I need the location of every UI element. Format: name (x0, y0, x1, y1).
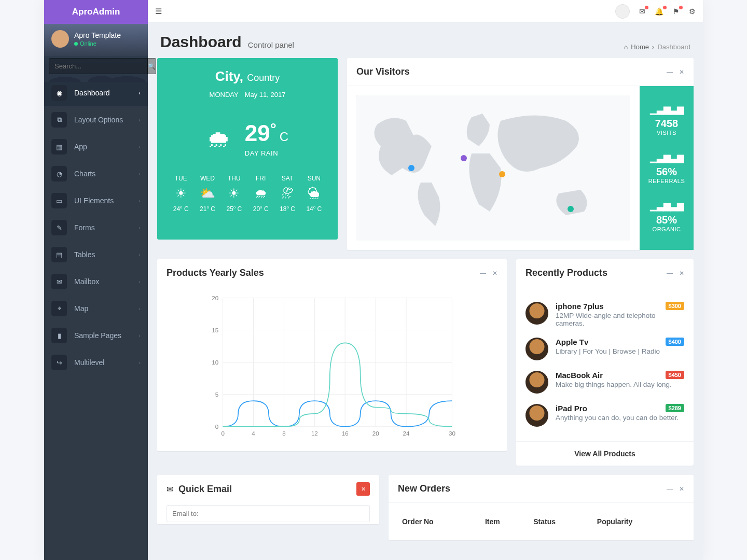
user-name: Apro Template (74, 31, 121, 39)
chevron-left-icon: ‹ (139, 332, 141, 339)
page-header: Dashboard Control panel ⌂ Home › Dashboa… (148, 23, 703, 58)
sales-title: Products Yearly Sales (167, 268, 264, 278)
page-subtitle: Control panel (248, 40, 294, 49)
forecast-day: TUE☀24o C (168, 175, 194, 213)
chevron-left-icon: ‹ (139, 278, 141, 285)
mail-icon[interactable]: ✉ (639, 7, 645, 16)
chevron-left-icon: ‹ (139, 117, 141, 123)
forecast-weather-icon: ⛅ (194, 186, 220, 201)
search-button[interactable]: 🔍 (147, 58, 156, 74)
user-avatar[interactable] (51, 30, 69, 48)
sidebar-item-label: Layout Options (74, 116, 139, 124)
visitor-stats: ▁▃▆▃▆7458VISITS▁▃▆▃▆56%REFERRALS▁▃▆▃▆85%… (640, 86, 694, 250)
svg-text:20: 20 (372, 430, 379, 437)
svg-text:8: 8 (282, 430, 285, 437)
main: ☰ ✉ 🔔 ⚑ ⚙ Dashboard Control panel ⌂ Home… (148, 0, 703, 560)
svg-text:16: 16 (342, 430, 349, 437)
product-item[interactable]: MacBook Air$450Make big things happen. A… (525, 366, 684, 399)
sidebar-item-label: Multilevel (74, 358, 139, 367)
sidebar-item-dashboard[interactable]: ◉Dashboard‹ (44, 79, 148, 106)
chevron-left-icon: ‹ (139, 90, 141, 96)
sidebar-item-map[interactable]: ⌖Map‹ (44, 295, 148, 322)
stat-number: 85% (642, 214, 691, 226)
map-marker[interactable] (461, 155, 467, 161)
map-marker[interactable] (568, 206, 574, 212)
collapse-icon[interactable]: — (480, 270, 486, 277)
close-icon[interactable]: ✕ (492, 270, 497, 277)
svg-text:4: 4 (252, 430, 255, 437)
sidebar-item-forms[interactable]: ✎Forms‹ (44, 214, 148, 241)
sidebar-item-sample-pages[interactable]: ▮Sample Pages‹ (44, 322, 148, 349)
product-thumb (525, 338, 548, 360)
chevron-right-icon: › (652, 43, 654, 51)
price-badge: $450 (666, 371, 684, 379)
sidebar-item-charts[interactable]: ◔Charts‹ (44, 160, 148, 187)
forecast-temp: 24o C (168, 205, 194, 213)
chevron-left-icon: ‹ (139, 198, 141, 204)
orders-table: Order NoItemStatusPopularity (398, 512, 684, 531)
sidebar-item-mailbox[interactable]: ✉Mailbox‹ (44, 268, 148, 295)
forecast-day: SAT⛈18o C (274, 175, 300, 213)
product-name: Apple Tv (556, 338, 588, 346)
product-name: iPad Pro (556, 404, 587, 413)
close-icon[interactable]: ✕ (679, 68, 684, 76)
sidebar-item-tables[interactable]: ▤Tables‹ (44, 241, 148, 268)
breadcrumb: ⌂ Home › Dashboard (624, 43, 691, 51)
product-thumb (525, 302, 548, 325)
product-desc: Library | For You | Browse | Radio (556, 347, 684, 355)
sidebar-item-label: Mailbox (74, 277, 139, 286)
collapse-icon[interactable]: — (667, 270, 673, 277)
close-button[interactable]: ✕ (356, 482, 370, 496)
email-to-input[interactable] (167, 505, 370, 522)
view-all-products-link[interactable]: View All Products (574, 450, 635, 458)
sidebar-item-label: Dashboard (74, 89, 139, 97)
svg-text:10: 10 (212, 359, 218, 366)
orders-col-header: Item (481, 512, 529, 531)
weather-city: City, (215, 68, 243, 84)
nav-menu: ◉Dashboard‹⧉Layout Options‹▦App‹◔Charts‹… (44, 79, 148, 376)
sidebar-item-label: Sample Pages (74, 331, 139, 340)
product-item[interactable]: iphone 7plus$30012MP Wide-angle and tele… (525, 297, 684, 332)
topbar: ☰ ✉ 🔔 ⚑ ⚙ (148, 0, 703, 23)
page-title: Dashboard (160, 33, 242, 51)
sidebar-item-multilevel[interactable]: ↪Multilevel‹ (44, 349, 148, 376)
collapse-icon[interactable]: — (667, 485, 673, 493)
nav-icon: ◔ (51, 166, 67, 181)
sidebar-item-label: Tables (74, 250, 139, 259)
recent-products-box: Recently Products —✕ iphone 7plus$30012M… (516, 259, 694, 466)
bell-icon[interactable]: 🔔 (655, 7, 663, 16)
nav-icon: ↪ (51, 355, 67, 370)
gear-icon[interactable]: ⚙ (689, 7, 696, 16)
nav-icon: ⌖ (51, 301, 67, 316)
topbar-avatar[interactable] (615, 4, 630, 19)
product-item[interactable]: Apple Tv$400Library | For You | Browse |… (525, 332, 684, 366)
sidebar-item-app[interactable]: ▦App‹ (44, 133, 148, 160)
product-item[interactable]: iPad Pro$289Anything you can do, you can… (525, 399, 684, 432)
product-desc: Anything you can do, you can do better. (556, 414, 684, 422)
menu-toggle-icon[interactable]: ☰ (155, 7, 162, 16)
weather-unit: C (280, 130, 288, 144)
stat-label: ORGANIC (642, 226, 691, 232)
product-list: iphone 7plus$30012MP Wide-angle and tele… (516, 287, 694, 441)
svg-text:24: 24 (403, 430, 410, 437)
forecast-day: THU☀25o C (221, 175, 247, 213)
sidebar-item-layout-options[interactable]: ⧉Layout Options‹ (44, 106, 148, 133)
sidebar-item-ui-elements[interactable]: ▭UI Elements‹ (44, 187, 148, 214)
forecast-temp: 21o C (194, 205, 220, 213)
forecast-day-label: FRI (247, 175, 274, 182)
search-input[interactable] (49, 58, 147, 74)
breadcrumb-home[interactable]: Home (631, 43, 649, 51)
nav-icon: ◉ (51, 85, 67, 101)
svg-text:30: 30 (449, 430, 455, 437)
world-map[interactable] (356, 95, 630, 241)
map-marker[interactable] (499, 171, 505, 177)
collapse-icon[interactable]: — (667, 68, 673, 76)
close-icon[interactable]: ✕ (679, 485, 684, 493)
product-name: MacBook Air (556, 371, 603, 380)
rain-icon: 🌧 (206, 125, 230, 153)
forecast-day: SUN🌦14o C (301, 175, 327, 213)
nav-icon: ▭ (51, 193, 67, 208)
nav-icon: ✉ (51, 274, 67, 289)
close-icon[interactable]: ✕ (679, 270, 684, 277)
flag-icon[interactable]: ⚑ (673, 7, 680, 16)
